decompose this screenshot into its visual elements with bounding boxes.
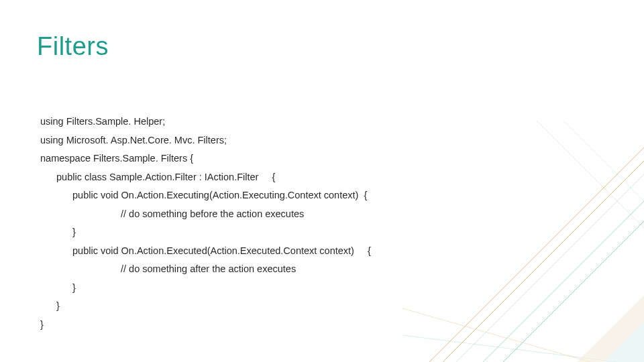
code-line: // do something after the action execute… (40, 260, 510, 279)
slide-title: Filters (37, 32, 109, 61)
code-line: using Filters.Sample. Helper; (40, 113, 510, 131)
code-block: using Filters.Sample. Helper; using Micr… (40, 113, 510, 335)
code-line: using Microsoft. Asp.Net.Core. Mvc. Filt… (40, 131, 510, 150)
code-line: public void On.Action.Executing(Action.E… (40, 186, 510, 205)
code-line: } (40, 316, 510, 335)
svg-marker-0 (604, 322, 644, 362)
slide: { "title": "Filters", "code": { "l1": "u… (0, 0, 644, 362)
code-line: public class Sample.Action.Filter : IAct… (40, 168, 510, 187)
code-line: } (40, 223, 510, 242)
code-line: // do something before the action execut… (40, 205, 510, 224)
code-line: public void On.Action.Executed(Action.Ex… (40, 242, 510, 261)
code-line: } (40, 297, 510, 316)
svg-marker-1 (577, 295, 644, 362)
code-line: namespace Filters.Sample. Filters { (40, 149, 510, 168)
code-line: } (40, 279, 510, 298)
